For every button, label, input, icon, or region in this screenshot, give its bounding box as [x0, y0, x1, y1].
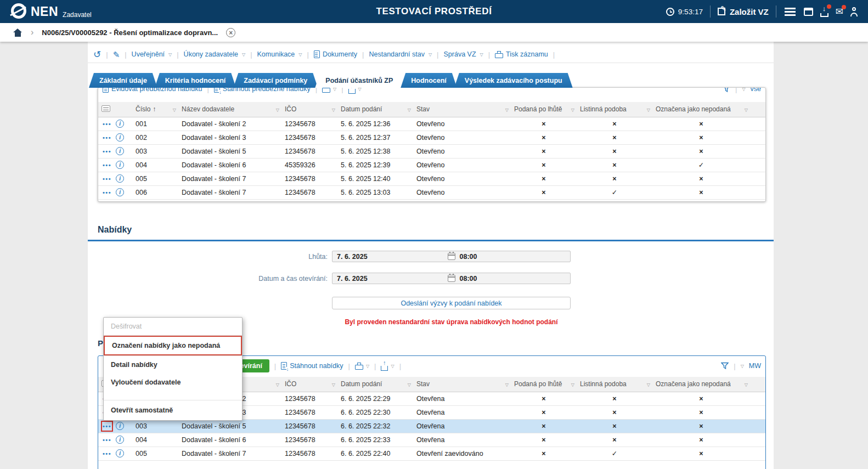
menu-nestandardni-stav[interactable]: Nestandardní stav▽ [369, 50, 432, 58]
brand[interactable]: NEN Zadavatel [11, 2, 92, 21]
column-filter-caret[interactable]: ▽ [647, 108, 650, 112]
menu-item-otevrit-samostatne[interactable]: Otevřít samostatně [104, 400, 242, 420]
info-icon[interactable]: i [116, 436, 124, 444]
filter-icon[interactable] [723, 88, 730, 93]
register-prelim-offer-button[interactable]: Evidovat předběžnou nabídku [103, 88, 202, 93]
table-row[interactable]: •••i 003 Dodavatel - školení 5 12345678 … [98, 419, 765, 433]
info-icon[interactable]: i [116, 147, 124, 155]
opening-datetime-field[interactable]: 7. 6. 2025 08:00 [332, 273, 571, 284]
pencil-icon[interactable]: ✎ [113, 50, 120, 59]
row-menu-button[interactable]: ••• [103, 134, 111, 142]
row-menu-button[interactable]: ••• [103, 161, 111, 169]
column-ico[interactable]: IČO▽ [281, 102, 337, 117]
column-nepodana[interactable]: Označena jako nepodaná▽ [652, 377, 750, 392]
column-filter-caret[interactable]: ▽ [408, 108, 411, 112]
tab-vysledek-zadavaciho-postupu[interactable]: Výsledek zadávacího postupu [454, 73, 573, 88]
messages-button[interactable]: ✉ [836, 7, 843, 16]
table-row[interactable]: •••i 006 Dodavatel - školení 7 12345678 … [98, 185, 765, 199]
column-filter-caret[interactable]: ▽ [276, 382, 279, 387]
column-settings[interactable] [98, 102, 132, 117]
table-row[interactable]: •••i 005 Dodavatel - školení 7 12345678 … [98, 447, 765, 460]
filter-icon[interactable] [721, 362, 729, 370]
table-row[interactable]: •••i 002 Dodavatel - školení 3 12345678 … [98, 131, 765, 144]
menu-uverejneni[interactable]: Uveřejnění▽ [132, 50, 172, 58]
info-icon[interactable]: i [116, 133, 124, 142]
column-datum[interactable]: Datum podání▽ [337, 102, 413, 117]
row-menu-button[interactable]: ••• [103, 175, 111, 183]
column-filter-caret[interactable]: ▽ [505, 382, 509, 387]
column-filter-caret[interactable]: ▽ [571, 108, 574, 112]
main-menu-button[interactable] [784, 6, 797, 18]
column-filter-caret[interactable]: ▽ [173, 108, 176, 112]
tab-hodnoceni[interactable]: Hodnocení [401, 73, 457, 88]
table-row[interactable]: •••i 005 Dodavatel - školení 7 12345678 … [98, 172, 765, 185]
column-po-lhute[interactable]: Podaná po lhůtě▽ [511, 377, 577, 392]
tab-kriteria-hodnoceni[interactable]: Kritéria hodnocení [155, 73, 236, 88]
info-icon[interactable]: i [116, 120, 124, 128]
column-nepodana[interactable]: Označena jako nepodaná▽ [652, 102, 750, 117]
column-listinna[interactable]: Listinná podoba▽ [577, 377, 652, 392]
close-record-icon[interactable]: × [226, 28, 235, 37]
menu-sprava-vz[interactable]: Správa VZ▽ [444, 50, 483, 58]
menu-ukony-zadavatele[interactable]: Úkony zadavatele▽ [184, 50, 246, 58]
menu-item-detail-nabidky[interactable]: Detail nabídky [104, 356, 242, 374]
table-row[interactable]: •••i 004 Dodavatel - školení 6 12345678 … [98, 433, 765, 447]
info-icon[interactable]: i [116, 449, 124, 457]
download-offers-button[interactable]: Stáhnout nabídky [281, 362, 343, 370]
table-row[interactable]: •••i 004 Dodavatel - školení 6 45359326 … [98, 158, 765, 172]
row-menu-button[interactable]: ••• [103, 422, 111, 430]
column-po-lhute[interactable]: Podaná po lhůtě▽ [511, 102, 577, 117]
column-filter-caret[interactable]: ▽ [408, 382, 411, 387]
download-prelim-offers-button[interactable]: Stáhnout předběžné nabídky [214, 88, 311, 93]
column-nazev[interactable]: Název dodavatele▽ [178, 102, 281, 117]
table-row[interactable]: •••i 003 Dodavatel - školení 5 12345678 … [98, 144, 765, 158]
info-icon[interactable]: i [116, 422, 124, 430]
export-button[interactable]: ▽ [381, 361, 394, 371]
deadline-datetime-field[interactable]: 7. 6. 2025 08:00 [332, 251, 571, 262]
info-icon[interactable]: i [116, 188, 124, 196]
history-icon[interactable]: ↺ [93, 50, 101, 59]
menu-item-oznaceni-nepodana[interactable]: Označení nabídky jako nepodaná [104, 336, 242, 355]
column-stav[interactable]: Stav▽ [413, 377, 511, 392]
tab-podani-ucastniku-zp[interactable]: Podání účastníků ZP [315, 73, 403, 88]
info-icon[interactable]: i [116, 174, 124, 183]
info-icon[interactable]: i [116, 161, 124, 169]
print-button[interactable]: ▽ [355, 362, 369, 370]
column-cislo[interactable]: Číslo↑▽ [132, 102, 178, 117]
downloads-button[interactable] [820, 7, 828, 17]
column-filter-caret[interactable]: ▽ [571, 382, 574, 387]
table-row[interactable]: •••i 001 Dodavatel - školení 2 12345678 … [98, 117, 765, 131]
column-filter-caret[interactable]: ▽ [647, 382, 650, 387]
view-selector[interactable]: MW [749, 362, 761, 370]
menu-tisk-zaznamu[interactable]: Tisk záznamu [495, 50, 548, 58]
column-filter-caret[interactable]: ▽ [745, 108, 748, 112]
row-menu-button[interactable]: ••• [103, 436, 111, 444]
send-invitation-button[interactable]: Odeslání výzvy k podání nabídek [332, 297, 571, 309]
menu-komunikace[interactable]: Komunikace▽ [257, 50, 302, 58]
row-menu-button[interactable]: ••• [103, 189, 111, 196]
column-datum[interactable]: Datum podání▽ [337, 377, 413, 392]
column-stav[interactable]: Stav▽ [413, 102, 511, 117]
column-filter-caret[interactable]: ▽ [745, 382, 748, 387]
row-menu-button[interactable]: ••• [103, 450, 111, 457]
column-filter-caret[interactable]: ▽ [276, 108, 279, 112]
breadcrumb-record-title[interactable]: N006/25/V00005292 - Řešení optimalizace … [42, 29, 218, 37]
column-ico[interactable]: IČO▽ [281, 377, 337, 392]
tab-zakladni-udaje[interactable]: Základní údaje [89, 73, 157, 88]
create-vz-button[interactable]: Založit VZ [718, 7, 769, 16]
column-filter-caret[interactable]: ▽ [332, 108, 335, 112]
menu-dokumenty[interactable]: Dokumenty [314, 50, 357, 58]
column-filter-caret[interactable]: ▽ [505, 108, 509, 112]
home-icon[interactable] [13, 29, 22, 37]
calendar-button[interactable] [804, 8, 813, 16]
row-menu-button[interactable]: ••• [103, 148, 111, 155]
row-menu-button[interactable]: ••• [103, 120, 111, 128]
column-listinna[interactable]: Listinná podoba▽ [577, 102, 652, 117]
column-filter-caret[interactable]: ▽ [332, 382, 335, 387]
print-button[interactable]: ▽ [322, 88, 336, 93]
profile-button[interactable] [850, 7, 859, 16]
view-selector[interactable]: vše [751, 88, 761, 93]
menu-item-vylouceni-dodavatele[interactable]: Vyloučení dodavatele [104, 374, 242, 391]
tab-zadavaci-podminky[interactable]: Zadávací podmínky [233, 73, 318, 88]
export-button[interactable]: ▽ [348, 88, 362, 94]
